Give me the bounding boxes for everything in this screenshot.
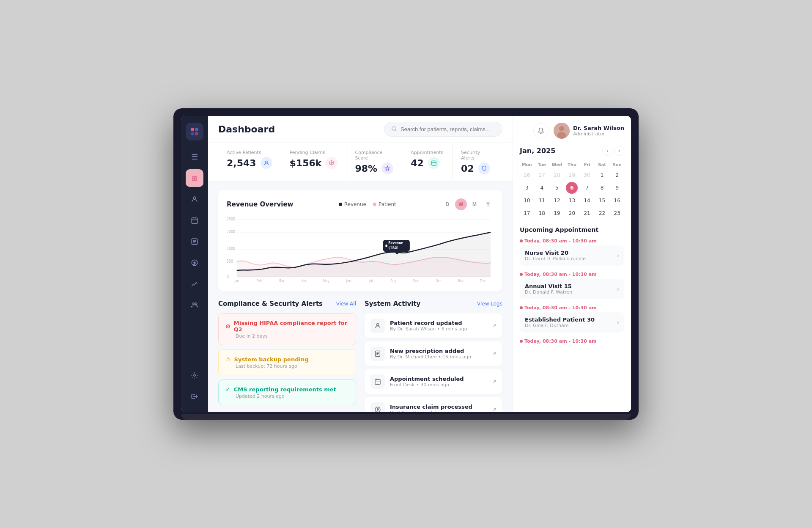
chart-btn-d[interactable]: D (442, 198, 453, 210)
sidebar-item-settings[interactable] (186, 366, 203, 384)
appt-chevron-2: › (617, 319, 619, 326)
activity-arrow-2[interactable]: ↗ (492, 379, 497, 385)
chart-controls: D W M Y (442, 198, 494, 210)
cal-day[interactable]: 13 (566, 195, 578, 206)
svg-text:Sep: Sep (413, 278, 418, 283)
cal-day[interactable]: 8 (596, 182, 608, 194)
compliance-view-all[interactable]: View All (336, 301, 356, 307)
svg-point-8 (193, 303, 195, 305)
activity-title: System Activity (365, 300, 420, 308)
cal-day[interactable]: 27 (536, 169, 548, 181)
activity-arrow-0[interactable]: ↗ (492, 323, 497, 329)
cal-day[interactable]: 3 (521, 182, 533, 194)
cal-day[interactable]: 2 (611, 169, 623, 181)
svg-point-42 (376, 324, 379, 326)
cal-day[interactable]: 9 (611, 182, 623, 194)
search-bar[interactable] (384, 122, 502, 137)
stat-value: 02 (461, 163, 474, 174)
activity-title-0: Patient record updated (390, 320, 487, 326)
avatar (554, 123, 570, 139)
sidebar-item-staff[interactable] (186, 296, 203, 314)
svg-text:Apr: Apr (301, 278, 307, 283)
activity-item-1: New prescription added By Dr. Michael Ch… (365, 341, 502, 366)
logo[interactable] (186, 123, 203, 140)
activity-item-0: Patient record updated By Dr. Sarah Wils… (365, 314, 502, 338)
menu-icon[interactable]: ☰ (187, 149, 202, 164)
sidebar-item-logout[interactable] (186, 388, 203, 405)
cal-day[interactable]: 1 (596, 169, 608, 181)
cal-day[interactable]: 22 (596, 207, 608, 219)
cal-day[interactable]: 29 (566, 169, 578, 181)
sidebar-item-patients[interactable] (186, 190, 203, 208)
appt-card-1[interactable]: Annual Visit 15 Dr. Donald F. Watren › (520, 279, 624, 299)
alert-title-backup: ⚠ System backup pending (225, 356, 349, 363)
svg-point-27 (385, 245, 387, 247)
appt-card-0[interactable]: Nurse Visit 20 Dr. Carol D. Pollack-rund… (520, 245, 624, 266)
cal-day[interactable]: 21 (581, 207, 593, 219)
activity-title-3: Insurance claim processed (390, 404, 487, 410)
weekday-wed: Wed (550, 161, 564, 169)
cal-day[interactable]: 12 (551, 195, 563, 206)
legend-revenue: Revenue (339, 201, 366, 207)
cal-day[interactable]: 23 (611, 207, 623, 219)
activity-sub-2: Front Desk • 30 mins ago (390, 382, 487, 388)
legend-dot-revenue (339, 203, 342, 206)
cal-day[interactable]: 7 (581, 182, 593, 194)
svg-text:Revenue: Revenue (388, 240, 403, 245)
cal-day[interactable]: 11 (536, 195, 548, 206)
chart-btn-w[interactable]: W (455, 198, 467, 210)
svg-point-10 (194, 374, 196, 377)
stat-security-alerts: Security Alerts 02 (453, 143, 502, 181)
alert-cms: ✓ CMS reporting requirements met Updated… (218, 380, 356, 405)
cal-day[interactable]: 26 (521, 169, 533, 181)
stat-label: Pending Claims (290, 150, 338, 155)
svg-text:Feb: Feb (256, 278, 262, 283)
sidebar-item-appointments[interactable] (186, 212, 203, 229)
notification-button[interactable] (533, 123, 549, 138)
activity-text-3: Insurance claim processed By Billing Dep… (390, 404, 487, 412)
calendar-next[interactable]: › (614, 146, 624, 156)
cal-day[interactable]: 20 (566, 207, 578, 219)
appt-dot (520, 273, 523, 276)
cal-day[interactable]: 18 (536, 207, 548, 219)
cal-day[interactable]: 28 (551, 169, 563, 181)
calendar: Jan, 2025 ‹ › Mon Tue Wed Thu Fri Sat Su… (520, 146, 624, 220)
dashboard-body: Revenue Overview Revenue Patient (208, 182, 513, 412)
calendar-row-3: 17 18 19 20 21 22 23 (520, 207, 624, 220)
calendar-prev[interactable]: ‹ (602, 146, 612, 156)
cal-day[interactable]: 16 (611, 195, 623, 206)
cal-day[interactable]: 4 (536, 182, 548, 194)
chart-btn-m[interactable]: M (469, 198, 480, 210)
activity-view-logs[interactable]: View Logs (477, 301, 502, 307)
cal-day[interactable]: 14 (581, 195, 593, 206)
cal-day[interactable]: 5 (551, 182, 563, 194)
activity-arrow-3[interactable]: ↗ (492, 407, 497, 412)
sidebar-item-billing[interactable] (186, 254, 203, 272)
chart-area: 2500 2000 1000 500 0 (227, 215, 494, 283)
stat-icon-patients (261, 157, 272, 169)
activity-icon-prescription (370, 346, 385, 361)
sidebar-item-analytics[interactable] (186, 275, 203, 293)
activity-arrow-1[interactable]: ↗ (492, 351, 497, 357)
appt-name-2: Established Patient 30 (525, 316, 595, 323)
svg-text:2500: 2500 (227, 217, 235, 221)
cal-day[interactable]: 19 (551, 207, 563, 219)
stat-icon-appointments (428, 157, 440, 169)
svg-rect-3 (195, 132, 198, 135)
search-input[interactable] (401, 126, 495, 132)
cal-day[interactable]: 30 (581, 169, 593, 181)
cal-day[interactable]: 10 (521, 195, 533, 206)
svg-text:Nov: Nov (458, 278, 464, 283)
chart-btn-y[interactable]: Y (482, 198, 494, 210)
cal-day[interactable]: 15 (596, 195, 608, 206)
alert-icon-yellow: ⚠ (225, 356, 231, 363)
activity-title-1: New prescription added (390, 348, 487, 354)
svg-rect-44 (375, 380, 380, 385)
sidebar-item-dashboard[interactable]: ⊞ (186, 169, 203, 187)
calendar-weekdays: Mon Tue Wed Thu Fri Sat Sun (520, 161, 624, 169)
cal-day[interactable]: 17 (521, 207, 533, 219)
sidebar-item-reports[interactable] (186, 233, 203, 250)
cal-day-today[interactable]: 6 (566, 182, 578, 194)
svg-rect-0 (191, 128, 194, 131)
appt-card-2[interactable]: Established Patient 30 Dr. Gina F. Durha… (520, 312, 624, 333)
